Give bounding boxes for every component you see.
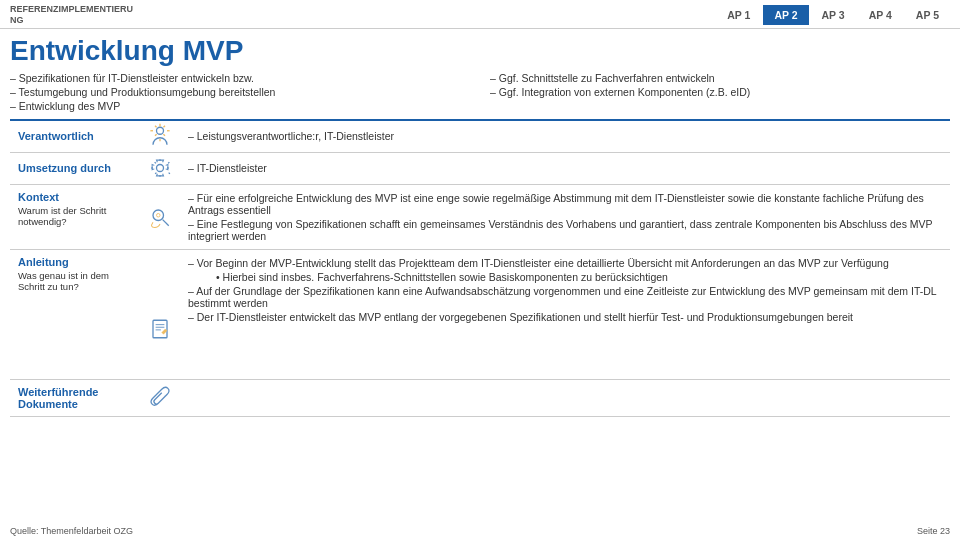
anleitung-bullet-1: Vor Beginn der MVP-Entwicklung stellt da… — [188, 256, 942, 270]
umsetzung-icon — [140, 154, 180, 182]
intro-item-5: Ggf. Integration von externen Komponente… — [490, 85, 950, 99]
anleitung-text: Vor Beginn der MVP-Entwicklung stellt da… — [188, 256, 942, 324]
paperclip-icon — [146, 384, 174, 412]
footer-source: Quelle: Themenfeldarbeit OZG — [10, 526, 133, 536]
svg-point-0 — [157, 127, 164, 134]
dokumente-label: WeiterführendeDokumente — [10, 380, 140, 416]
kontext-bullet-1: Für eine erfolgreiche Entwicklung des MV… — [188, 191, 942, 217]
dokumente-icon-col — [140, 384, 180, 412]
ap1-tab[interactable]: AP 1 — [716, 5, 761, 25]
umsetzung-row: Umsetzung durch – IT-Dienstleister — [10, 153, 950, 185]
clipboard-icon — [146, 315, 174, 343]
page-title: Entwicklung MVP — [0, 29, 960, 71]
kontext-text: Für eine erfolgreiche Entwicklung des MV… — [188, 191, 942, 243]
dokumente-row: WeiterführendeDokumente — [10, 380, 950, 417]
anleitung-bullet-3: Der IT-Dienstleister entwickelt das MVP … — [188, 310, 942, 324]
anleitung-content: Vor Beginn der MVP-Entwicklung stellt da… — [180, 250, 950, 379]
svg-line-7 — [155, 134, 157, 136]
intro-col-1: Spezifikationen für IT-Dienstleister ent… — [10, 71, 470, 113]
verantwortlich-content: – Leistungsverantwortliche:r, IT-Dienstl… — [180, 124, 950, 148]
ap5-tab[interactable]: AP 5 — [905, 5, 950, 25]
anleitung-label-col: Anleitung Was genau ist in demSchritt zu… — [10, 250, 140, 379]
intro-item-4: Ggf. Schnittstelle zu Fachverfahren entw… — [490, 71, 950, 85]
search-context-icon — [146, 203, 174, 231]
main-content: Verantwortlich – Leistungsverantwortlich… — [10, 119, 950, 417]
anleitung-subbullet-1: Hierbei sind insbes. Fachverfahrens-Schn… — [188, 270, 942, 284]
intro-col-2: Ggf. Schnittstelle zu Fachverfahren entw… — [490, 71, 950, 113]
anleitung-sublabel: Was genau ist in demSchritt zu tun? — [18, 270, 132, 292]
ap3-tab[interactable]: AP 3 — [811, 5, 856, 25]
kontext-icon-col — [140, 185, 180, 249]
logo: REFERENZIMPLEMENTIERU NG — [10, 4, 133, 26]
ap2-tab[interactable]: AP 2 — [763, 5, 808, 25]
anleitung-icon-col — [140, 250, 180, 379]
anleitung-bullet-2: Auf der Grundlage der Spezifikationen ka… — [188, 284, 942, 310]
umsetzung-label: Umsetzung durch — [10, 156, 140, 180]
umsetzung-content: – IT-Dienstleister — [180, 156, 950, 180]
footer: Quelle: Themenfeldarbeit OZG Seite 23 — [10, 526, 950, 536]
intro-section: Spezifikationen für IT-Dienstleister ent… — [0, 71, 960, 119]
svg-point-10 — [153, 210, 164, 221]
verantwortlich-label: Verantwortlich — [10, 124, 140, 148]
intro-item-2: Testumgebung und Produktionsumgebung ber… — [10, 85, 470, 99]
anleitung-label: Anleitung — [18, 256, 132, 268]
footer-page: Seite 23 — [917, 526, 950, 536]
svg-rect-13 — [153, 320, 167, 338]
dokumente-content — [180, 392, 950, 404]
kontext-label: Kontext — [18, 191, 132, 203]
svg-line-5 — [155, 126, 157, 128]
svg-line-8 — [163, 134, 165, 136]
kontext-label-col: Kontext Warum ist der Schrittnotwendig? — [10, 185, 140, 249]
kontext-row: Kontext Warum ist der Schrittnotwendig? … — [10, 185, 950, 250]
svg-line-11 — [163, 219, 169, 225]
svg-point-9 — [157, 165, 164, 172]
kontext-bullet-2: Eine Festlegung von Spezifikationen scha… — [188, 217, 942, 243]
intro-item-1: Spezifikationen für IT-Dienstleister ent… — [10, 71, 470, 85]
kontext-sublabel: Warum ist der Schrittnotwendig? — [18, 205, 132, 227]
anleitung-row: Anleitung Was genau ist in demSchritt zu… — [10, 250, 950, 380]
verantwortlich-row: Verantwortlich – Leistungsverantwortlich… — [10, 121, 950, 153]
ap4-tab[interactable]: AP 4 — [858, 5, 903, 25]
ap-tab-group: AP 1 AP 2 AP 3 AP 4 AP 5 — [716, 5, 950, 25]
header: REFERENZIMPLEMENTIERU NG AP 1 AP 2 AP 3 … — [0, 0, 960, 29]
gear-icon — [146, 154, 174, 182]
kontext-content: Für eine erfolgreiche Entwicklung des MV… — [180, 185, 950, 249]
verantwortlich-icon — [140, 122, 180, 150]
svg-line-6 — [163, 126, 165, 128]
person-sun-icon — [146, 122, 174, 150]
svg-point-12 — [157, 213, 161, 217]
intro-item-3: Entwicklung des MVP — [10, 99, 470, 113]
